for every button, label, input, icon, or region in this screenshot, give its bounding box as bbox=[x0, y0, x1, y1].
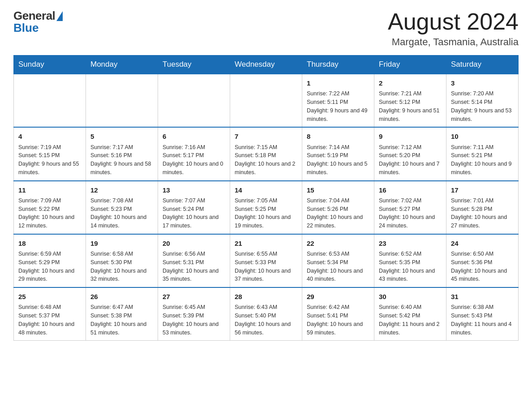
calendar-cell: 3Sunrise: 7:20 AM Sunset: 5:14 PM Daylig… bbox=[446, 74, 519, 127]
day-number: 9 bbox=[379, 131, 442, 141]
calendar-cell: 29Sunrise: 6:42 AM Sunset: 5:41 PM Dayli… bbox=[302, 287, 374, 341]
calendar-cell: 6Sunrise: 7:16 AM Sunset: 5:17 PM Daylig… bbox=[158, 127, 230, 180]
day-info: Sunrise: 7:14 AM Sunset: 5:19 PM Dayligh… bbox=[307, 143, 369, 177]
day-info: Sunrise: 6:53 AM Sunset: 5:34 PM Dayligh… bbox=[307, 250, 369, 283]
calendar-cell: 30Sunrise: 6:40 AM Sunset: 5:42 PM Dayli… bbox=[374, 287, 446, 341]
page-header: General Blue August 2024 Margate, Tasman… bbox=[13, 9, 519, 48]
calendar-cell: 7Sunrise: 7:15 AM Sunset: 5:18 PM Daylig… bbox=[230, 127, 302, 180]
calendar-cell bbox=[158, 74, 230, 127]
header-day-tuesday: Tuesday bbox=[158, 56, 230, 74]
calendar-cell: 22Sunrise: 6:53 AM Sunset: 5:34 PM Dayli… bbox=[302, 234, 374, 287]
day-info: Sunrise: 6:58 AM Sunset: 5:30 PM Dayligh… bbox=[90, 250, 153, 283]
day-info: Sunrise: 7:20 AM Sunset: 5:14 PM Dayligh… bbox=[451, 90, 514, 123]
calendar-cell: 17Sunrise: 7:01 AM Sunset: 5:28 PM Dayli… bbox=[446, 181, 519, 234]
day-info: Sunrise: 7:17 AM Sunset: 5:16 PM Dayligh… bbox=[90, 143, 153, 177]
day-number: 22 bbox=[307, 238, 369, 248]
calendar-week-row: 25Sunrise: 6:48 AM Sunset: 5:37 PM Dayli… bbox=[14, 287, 519, 341]
logo-triangle-icon bbox=[56, 11, 63, 21]
day-number: 11 bbox=[18, 185, 81, 195]
day-number: 12 bbox=[90, 185, 153, 195]
calendar-week-row: 11Sunrise: 7:09 AM Sunset: 5:22 PM Dayli… bbox=[14, 181, 519, 234]
calendar-cell: 18Sunrise: 6:59 AM Sunset: 5:29 PM Dayli… bbox=[14, 234, 86, 287]
calendar-cell: 5Sunrise: 7:17 AM Sunset: 5:16 PM Daylig… bbox=[86, 127, 158, 180]
day-number: 7 bbox=[235, 131, 297, 141]
day-info: Sunrise: 7:01 AM Sunset: 5:28 PM Dayligh… bbox=[451, 197, 514, 230]
day-info: Sunrise: 7:08 AM Sunset: 5:23 PM Dayligh… bbox=[90, 197, 153, 230]
day-info: Sunrise: 7:22 AM Sunset: 5:11 PM Dayligh… bbox=[307, 90, 369, 123]
calendar-week-row: 4Sunrise: 7:19 AM Sunset: 5:15 PM Daylig… bbox=[14, 127, 519, 180]
day-number: 10 bbox=[451, 131, 514, 141]
day-info: Sunrise: 7:16 AM Sunset: 5:17 PM Dayligh… bbox=[163, 143, 225, 177]
calendar-cell: 1Sunrise: 7:22 AM Sunset: 5:11 PM Daylig… bbox=[302, 74, 374, 127]
day-info: Sunrise: 6:59 AM Sunset: 5:29 PM Dayligh… bbox=[18, 250, 81, 283]
day-info: Sunrise: 6:45 AM Sunset: 5:39 PM Dayligh… bbox=[163, 303, 225, 337]
calendar-cell: 16Sunrise: 7:02 AM Sunset: 5:27 PM Dayli… bbox=[374, 181, 446, 234]
calendar-header-row: SundayMondayTuesdayWednesdayThursdayFrid… bbox=[14, 56, 519, 74]
month-title: August 2024 bbox=[388, 9, 519, 34]
calendar-cell: 26Sunrise: 6:47 AM Sunset: 5:38 PM Dayli… bbox=[86, 287, 158, 341]
day-number: 1 bbox=[307, 78, 369, 88]
day-number: 6 bbox=[163, 131, 225, 141]
calendar-table: SundayMondayTuesdayWednesdayThursdayFrid… bbox=[13, 55, 519, 341]
day-number: 25 bbox=[18, 291, 81, 302]
header-day-wednesday: Wednesday bbox=[230, 56, 302, 74]
calendar-cell: 13Sunrise: 7:07 AM Sunset: 5:24 PM Dayli… bbox=[158, 181, 230, 234]
header-day-saturday: Saturday bbox=[446, 56, 519, 74]
calendar-cell: 19Sunrise: 6:58 AM Sunset: 5:30 PM Dayli… bbox=[86, 234, 158, 287]
day-info: Sunrise: 7:15 AM Sunset: 5:18 PM Dayligh… bbox=[235, 143, 297, 177]
day-info: Sunrise: 7:21 AM Sunset: 5:12 PM Dayligh… bbox=[379, 90, 442, 123]
day-number: 17 bbox=[451, 185, 514, 195]
day-info: Sunrise: 7:05 AM Sunset: 5:25 PM Dayligh… bbox=[235, 197, 297, 230]
calendar-cell: 9Sunrise: 7:12 AM Sunset: 5:20 PM Daylig… bbox=[374, 127, 446, 180]
day-number: 28 bbox=[235, 291, 297, 302]
day-info: Sunrise: 6:38 AM Sunset: 5:43 PM Dayligh… bbox=[451, 303, 514, 337]
day-number: 23 bbox=[379, 238, 442, 248]
day-info: Sunrise: 7:07 AM Sunset: 5:24 PM Dayligh… bbox=[163, 197, 225, 230]
calendar-cell bbox=[230, 74, 302, 127]
day-number: 27 bbox=[163, 291, 225, 302]
calendar-cell: 2Sunrise: 7:21 AM Sunset: 5:12 PM Daylig… bbox=[374, 74, 446, 127]
day-info: Sunrise: 7:19 AM Sunset: 5:15 PM Dayligh… bbox=[18, 143, 81, 177]
day-info: Sunrise: 6:55 AM Sunset: 5:33 PM Dayligh… bbox=[235, 250, 297, 283]
day-info: Sunrise: 6:42 AM Sunset: 5:41 PM Dayligh… bbox=[307, 303, 369, 337]
calendar-cell: 10Sunrise: 7:11 AM Sunset: 5:21 PM Dayli… bbox=[446, 127, 519, 180]
calendar-cell: 31Sunrise: 6:38 AM Sunset: 5:43 PM Dayli… bbox=[446, 287, 519, 341]
day-number: 15 bbox=[307, 185, 369, 195]
header-day-thursday: Thursday bbox=[302, 56, 374, 74]
day-number: 31 bbox=[451, 291, 514, 302]
day-info: Sunrise: 7:02 AM Sunset: 5:27 PM Dayligh… bbox=[379, 197, 442, 230]
day-info: Sunrise: 7:04 AM Sunset: 5:26 PM Dayligh… bbox=[307, 197, 369, 230]
day-info: Sunrise: 7:11 AM Sunset: 5:21 PM Dayligh… bbox=[451, 143, 514, 177]
day-info: Sunrise: 7:09 AM Sunset: 5:22 PM Dayligh… bbox=[18, 197, 81, 230]
day-info: Sunrise: 7:12 AM Sunset: 5:20 PM Dayligh… bbox=[379, 143, 442, 177]
day-number: 29 bbox=[307, 291, 369, 302]
calendar-week-row: 18Sunrise: 6:59 AM Sunset: 5:29 PM Dayli… bbox=[14, 234, 519, 287]
calendar-cell: 14Sunrise: 7:05 AM Sunset: 5:25 PM Dayli… bbox=[230, 181, 302, 234]
day-number: 3 bbox=[451, 78, 514, 88]
calendar-week-row: 1Sunrise: 7:22 AM Sunset: 5:11 PM Daylig… bbox=[14, 74, 519, 127]
logo-blue-text: Blue bbox=[13, 21, 39, 35]
day-number: 21 bbox=[235, 238, 297, 248]
calendar-cell: 12Sunrise: 7:08 AM Sunset: 5:23 PM Dayli… bbox=[86, 181, 158, 234]
day-number: 4 bbox=[18, 131, 81, 141]
calendar-cell: 11Sunrise: 7:09 AM Sunset: 5:22 PM Dayli… bbox=[14, 181, 86, 234]
title-area: August 2024 Margate, Tasmania, Australia bbox=[388, 9, 519, 48]
day-info: Sunrise: 6:50 AM Sunset: 5:36 PM Dayligh… bbox=[451, 250, 514, 283]
day-info: Sunrise: 6:40 AM Sunset: 5:42 PM Dayligh… bbox=[379, 303, 442, 337]
header-day-friday: Friday bbox=[374, 56, 446, 74]
day-number: 13 bbox=[163, 185, 225, 195]
calendar-cell: 28Sunrise: 6:43 AM Sunset: 5:40 PM Dayli… bbox=[230, 287, 302, 341]
calendar-cell bbox=[14, 74, 86, 127]
day-info: Sunrise: 6:48 AM Sunset: 5:37 PM Dayligh… bbox=[18, 303, 81, 337]
day-info: Sunrise: 6:56 AM Sunset: 5:31 PM Dayligh… bbox=[163, 250, 225, 283]
calendar-cell: 15Sunrise: 7:04 AM Sunset: 5:26 PM Dayli… bbox=[302, 181, 374, 234]
day-number: 20 bbox=[163, 238, 225, 248]
calendar-cell: 23Sunrise: 6:52 AM Sunset: 5:35 PM Dayli… bbox=[374, 234, 446, 287]
day-number: 8 bbox=[307, 131, 369, 141]
calendar-cell: 4Sunrise: 7:19 AM Sunset: 5:15 PM Daylig… bbox=[14, 127, 86, 180]
day-info: Sunrise: 6:52 AM Sunset: 5:35 PM Dayligh… bbox=[379, 250, 442, 283]
day-number: 24 bbox=[451, 238, 514, 248]
calendar-cell: 24Sunrise: 6:50 AM Sunset: 5:36 PM Dayli… bbox=[446, 234, 519, 287]
day-info: Sunrise: 6:43 AM Sunset: 5:40 PM Dayligh… bbox=[235, 303, 297, 337]
logo: General Blue bbox=[13, 9, 63, 35]
